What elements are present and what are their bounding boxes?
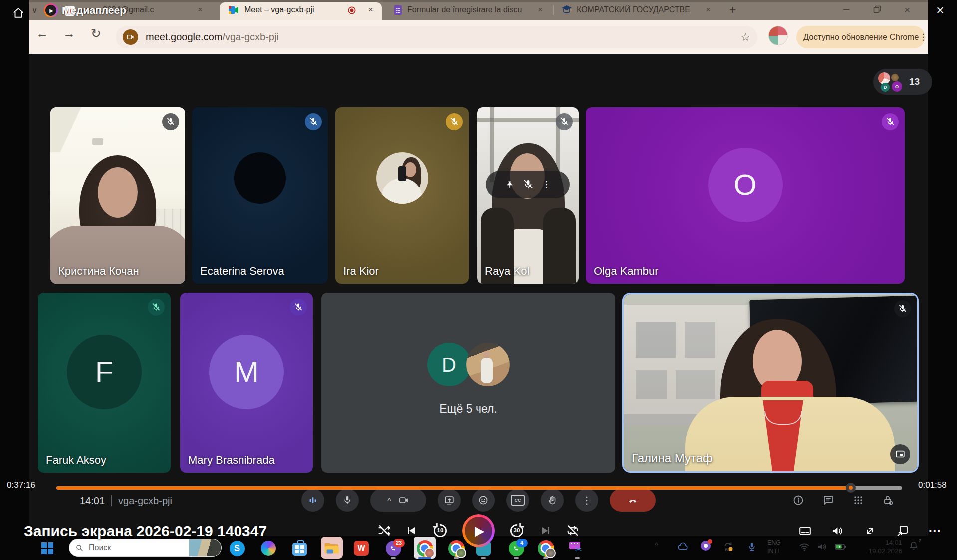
participant-tile[interactable]: ⋮ Raya Kol bbox=[477, 107, 579, 284]
subtitles-icon[interactable] bbox=[798, 524, 812, 538]
new-tab-button[interactable]: + bbox=[729, 3, 736, 17]
google-forms-icon bbox=[394, 5, 402, 15]
participant-video bbox=[50, 107, 185, 284]
taskbar-search[interactable]: Поиск bbox=[69, 539, 222, 557]
meet-toolbar-left: 14:01 vga-gcxb-pji bbox=[80, 489, 172, 512]
tray-sync-icon[interactable] bbox=[722, 541, 734, 553]
pin-icon[interactable] bbox=[505, 180, 514, 189]
participant-name: Ira Kior bbox=[343, 265, 379, 278]
back-icon[interactable]: ← bbox=[36, 26, 48, 41]
taskbar-store-icon[interactable] bbox=[291, 538, 308, 559]
raise-hand-button[interactable] bbox=[541, 489, 564, 512]
player-title-chevron-icon[interactable]: ∨ bbox=[32, 6, 37, 15]
taskbar-explorer-icon[interactable] bbox=[323, 538, 340, 559]
repeat-off-icon[interactable] bbox=[566, 524, 580, 538]
pop-out-icon[interactable] bbox=[896, 524, 909, 538]
tab-divider bbox=[553, 5, 554, 15]
player-home-button[interactable] bbox=[9, 3, 28, 22]
onedrive-icon[interactable] bbox=[677, 541, 689, 553]
activities-grid-icon[interactable] bbox=[852, 494, 864, 506]
chat-icon[interactable] bbox=[822, 494, 834, 506]
forward-icon[interactable]: → bbox=[63, 26, 75, 41]
tab-meet[interactable]: Meet – vga-gcxb-pji bbox=[244, 5, 340, 14]
participant-tile[interactable]: F Faruk Aksoy bbox=[38, 293, 171, 473]
previous-track-icon[interactable] bbox=[404, 524, 418, 538]
tray-viber-icon[interactable] bbox=[701, 541, 711, 551]
more-options-button[interactable]: ⋮ bbox=[575, 489, 598, 512]
window-minimize-button[interactable]: – bbox=[843, 2, 849, 15]
participant-tile[interactable]: O Olga Kambur bbox=[586, 107, 905, 284]
camera-in-use-icon[interactable] bbox=[123, 29, 138, 45]
forward-30-button[interactable]: 30 bbox=[508, 522, 526, 540]
tab-university-close-icon[interactable]: × bbox=[706, 5, 711, 14]
mic-muted-icon bbox=[290, 299, 307, 316]
mini-avatar-initial: D bbox=[881, 83, 890, 92]
taskbar-copilot-icon[interactable] bbox=[260, 538, 277, 559]
language-indicator[interactable]: ENGINTL bbox=[767, 539, 781, 556]
browser-menu-icon[interactable]: ⋮ bbox=[919, 32, 927, 42]
captions-button[interactable]: CC bbox=[506, 489, 529, 512]
taskbar-overflow-chevron[interactable]: ^ bbox=[655, 541, 658, 549]
bookmark-star-icon[interactable]: ☆ bbox=[740, 31, 750, 44]
host-controls-lock-icon[interactable] bbox=[882, 494, 894, 506]
reactions-button[interactable] bbox=[472, 489, 495, 512]
overflow-avatar-photo bbox=[466, 343, 510, 386]
volume-icon[interactable] bbox=[831, 524, 844, 538]
search-highlight-image[interactable] bbox=[189, 539, 221, 556]
active-app-indicator bbox=[418, 557, 431, 559]
captions-label: CC bbox=[511, 495, 525, 506]
camera-icon bbox=[398, 495, 409, 506]
taskbar-skype-icon[interactable]: S bbox=[229, 538, 245, 559]
player-progress-knob[interactable] bbox=[846, 483, 856, 493]
fullscreen-icon[interactable] bbox=[863, 524, 877, 538]
mic-muted-icon bbox=[148, 299, 165, 316]
tab-meet-close-icon[interactable]: × bbox=[368, 5, 373, 14]
participant-tile[interactable]: Ira Kior bbox=[335, 107, 469, 284]
microphone-button[interactable] bbox=[336, 489, 359, 512]
tab-gmail-close-icon[interactable]: × bbox=[198, 5, 203, 14]
meeting-details-icon[interactable] bbox=[792, 494, 804, 506]
audio-activity-button[interactable] bbox=[301, 489, 324, 512]
participant-count-badge[interactable]: D O 13 bbox=[873, 69, 932, 95]
start-button[interactable] bbox=[39, 538, 56, 559]
shuffle-off-icon[interactable] bbox=[377, 524, 391, 538]
play-button[interactable]: ▶ bbox=[462, 514, 495, 547]
taskbar-wps-icon[interactable]: W bbox=[353, 538, 370, 559]
participant-tile-active-speaker[interactable]: Галина Мутаф bbox=[622, 293, 919, 473]
participant-avatar bbox=[234, 152, 286, 204]
player-progress-fill bbox=[56, 486, 851, 490]
present-screen-button[interactable] bbox=[438, 489, 461, 512]
player-progress-track[interactable] bbox=[56, 486, 902, 490]
overflow-tile[interactable]: D Ещё 5 чел. bbox=[321, 293, 615, 473]
rewind-10-button[interactable]: 10 bbox=[431, 522, 449, 540]
tab-university[interactable]: КОМРАТСКИЙ ГОСУДАРСТВЕ bbox=[577, 5, 697, 14]
camera-button[interactable]: ^ bbox=[370, 489, 426, 512]
window-close-button[interactable]: × bbox=[904, 4, 910, 16]
reload-icon[interactable]: ↻ bbox=[91, 26, 101, 41]
participant-initial: M bbox=[209, 335, 284, 409]
next-track-icon[interactable] bbox=[539, 524, 553, 538]
tray-microphone-icon[interactable] bbox=[746, 541, 757, 553]
tab-forms[interactable]: Formular de înregistrare la discu bbox=[407, 5, 528, 14]
profile-avatar[interactable] bbox=[768, 26, 788, 45]
picture-in-picture-icon[interactable] bbox=[890, 444, 910, 464]
participant-name: Ecaterina Serova bbox=[200, 265, 284, 278]
participant-video bbox=[624, 294, 917, 471]
participant-count: 13 bbox=[909, 76, 920, 87]
mic-muted-icon bbox=[894, 300, 911, 317]
chrome-update-button[interactable]: Доступно обновление Chrome ⋮ bbox=[796, 26, 925, 48]
player-close-button[interactable]: × bbox=[936, 3, 944, 18]
mic-muted-icon bbox=[446, 113, 463, 130]
meet-toolbar-center: ^ CC ⋮ bbox=[301, 489, 656, 512]
window-restore-button[interactable] bbox=[873, 5, 881, 13]
tile-more-options-icon[interactable]: ⋮ bbox=[542, 179, 551, 190]
participant-tile[interactable]: M Mary Brasnibrada bbox=[180, 293, 313, 473]
mic-muted-icon[interactable] bbox=[522, 179, 534, 190]
leave-call-button[interactable] bbox=[610, 489, 656, 512]
tab-forms-close-icon[interactable]: × bbox=[538, 5, 543, 14]
participant-tile[interactable]: Ecaterina Serova bbox=[192, 107, 328, 284]
address-bar[interactable]: meet.google.com/vga-gcxb-pji ☆ bbox=[116, 26, 757, 48]
chevron-up-icon[interactable]: ^ bbox=[387, 496, 391, 505]
participant-tile[interactable]: Кристина Кочан bbox=[50, 107, 185, 284]
player-more-options-icon[interactable]: ⋯ bbox=[928, 523, 941, 539]
